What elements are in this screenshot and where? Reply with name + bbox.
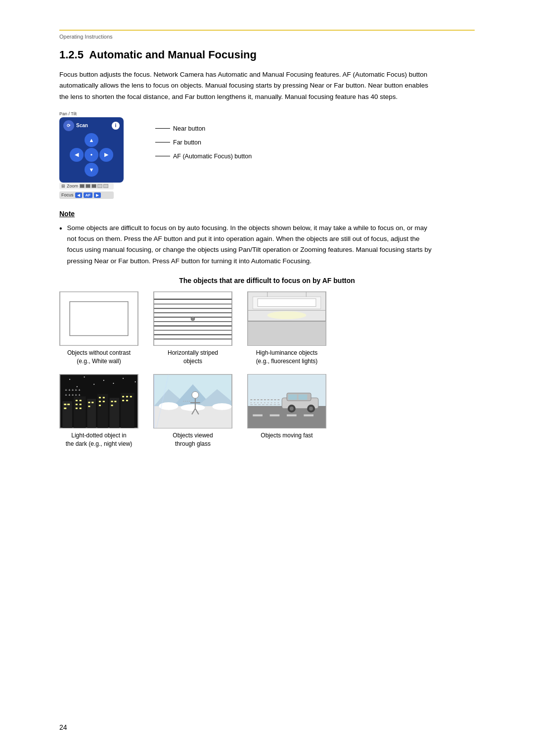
image-item-1: Objects without contrast(e.g., White wal… (59, 291, 138, 366)
svg-point-105 (290, 407, 294, 411)
svg-point-57 (103, 380, 104, 381)
image-item-2: Horizontally stripedobjects (153, 291, 232, 366)
zoom-icon: ⊞ (61, 184, 65, 189)
far-button-label: Far button (173, 139, 201, 146)
callout-dash-far (155, 142, 170, 142)
svg-rect-48 (114, 401, 116, 402)
svg-rect-18 (248, 321, 325, 345)
section-title: 1.2.5 Automatic and Manual Focusing (59, 48, 475, 61)
svg-rect-36 (80, 404, 82, 405)
note-section: Note • Some objects are difficult to foc… (59, 210, 435, 267)
svg-rect-28 (110, 398, 120, 428)
dpad-up[interactable]: ▲ (85, 133, 98, 147)
striped-image (153, 291, 232, 346)
white-wall-caption: Objects without contrast(e.g., White wal… (67, 349, 131, 366)
top-rule (59, 30, 475, 31)
svg-rect-1 (70, 301, 128, 335)
luminance-caption: High-luminance objects(e.g., fluorescent… (256, 349, 318, 366)
dpad-left[interactable]: ◀ (70, 148, 84, 162)
svg-rect-34 (80, 400, 82, 402)
image-item-3: High-luminance objects(e.g., fluorescent… (247, 291, 326, 366)
zoom-row: ⊞ Zoom (59, 183, 114, 189)
svg-rect-84 (253, 415, 263, 417)
difficult-title: The objects that are difficult to focus … (59, 277, 475, 284)
svg-rect-42 (99, 397, 101, 399)
svg-rect-103 (299, 395, 308, 400)
dpad-empty-bl (70, 163, 84, 177)
moving-fast-caption: Objects moving fast (261, 431, 312, 440)
image-item-4: + + + + + + + + + + Light-dotted object … (59, 374, 138, 448)
far-button-callout: Far button (155, 139, 252, 146)
svg-rect-33 (76, 400, 78, 402)
svg-rect-37 (76, 408, 78, 409)
svg-rect-31 (67, 404, 70, 405)
scan-row: ⟳ Scan i (63, 120, 120, 131)
svg-rect-41 (88, 406, 90, 407)
dpad: ▲ ◀ ● ▶ ▼ (70, 133, 113, 177)
svg-point-72 (212, 403, 231, 410)
svg-point-60 (113, 383, 114, 384)
svg-point-107 (309, 407, 313, 411)
svg-rect-30 (64, 404, 66, 405)
pan-tilt-label: Pan / Tilt (59, 111, 138, 116)
svg-rect-102 (288, 395, 297, 400)
svg-rect-27 (97, 394, 108, 428)
svg-rect-52 (130, 396, 132, 398)
svg-rect-16 (258, 299, 316, 307)
svg-rect-47 (111, 401, 113, 402)
note-text: Some objects are difficult to focus on b… (67, 223, 435, 267)
svg-rect-51 (126, 396, 128, 398)
svg-rect-86 (287, 415, 297, 417)
dpad-center[interactable]: ● (85, 148, 98, 162)
svg-point-58 (123, 378, 124, 379)
dpad-right[interactable]: ▶ (99, 148, 113, 162)
control-panel-area: Pan / Tilt ⟳ Scan i ▲ ◀ ● ▶ ▼ (59, 111, 475, 199)
near-button-label: Near button (173, 125, 205, 132)
focus-far-button[interactable]: ▶ (94, 192, 101, 198)
luminance-image (247, 291, 326, 346)
focus-af-button[interactable]: AF (84, 192, 93, 198)
image-item-5: Objects viewedthrough glass (153, 374, 232, 448)
svg-rect-39 (88, 402, 90, 403)
svg-point-55 (69, 379, 70, 380)
note-title: Note (59, 210, 435, 218)
af-button-label: AF (Automatic Focus) button (173, 153, 252, 160)
callout-dash-near (155, 128, 170, 129)
image-row-2: + + + + + + + + + + Light-dotted object … (59, 374, 475, 448)
svg-rect-85 (270, 415, 280, 417)
near-button-callout: Near button (155, 125, 252, 132)
scan-icon: ⟳ (63, 120, 74, 131)
svg-rect-87 (304, 415, 313, 417)
image-grid: Objects without contrast(e.g., White wal… (59, 291, 475, 448)
svg-rect-46 (99, 405, 101, 406)
night-view-image: + + + + + + + + + + (59, 374, 138, 428)
zoom-seg-5 (103, 184, 108, 188)
dpad-empty-br (99, 163, 113, 177)
zoom-label: Zoom (67, 184, 78, 189)
svg-point-73 (192, 392, 199, 399)
zoom-bar (80, 184, 108, 188)
control-panel: Pan / Tilt ⟳ Scan i ▲ ◀ ● ▶ ▼ (59, 111, 138, 199)
body-text: Focus button adjusts the focus. Network … (59, 69, 435, 102)
svg-rect-44 (99, 401, 101, 402)
svg-rect-54 (126, 400, 128, 402)
scan-label: Scan (76, 123, 88, 128)
callout-dash-af (155, 156, 170, 156)
svg-point-13 (191, 317, 195, 321)
dpad-down[interactable]: ▼ (85, 163, 98, 177)
svg-rect-38 (80, 408, 82, 409)
pan-tilt-box: ⟳ Scan i ▲ ◀ ● ▶ ▼ (59, 117, 124, 183)
focus-near-button[interactable]: ◀ (75, 192, 82, 198)
svg-rect-50 (122, 396, 124, 398)
svg-point-62 (135, 381, 136, 382)
zoom-seg-3 (91, 184, 96, 188)
page: Operating Instructions 1.2.5 Automatic a… (0, 0, 534, 756)
svg-rect-43 (103, 397, 105, 399)
bullet-dot: • (59, 222, 62, 267)
zoom-seg-2 (86, 184, 90, 188)
svg-text:+ + + + +: + + + + + (65, 393, 81, 398)
page-number: 24 (59, 723, 67, 731)
svg-rect-53 (122, 400, 124, 402)
breadcrumb: Operating Instructions (59, 34, 475, 40)
svg-point-61 (77, 386, 78, 387)
